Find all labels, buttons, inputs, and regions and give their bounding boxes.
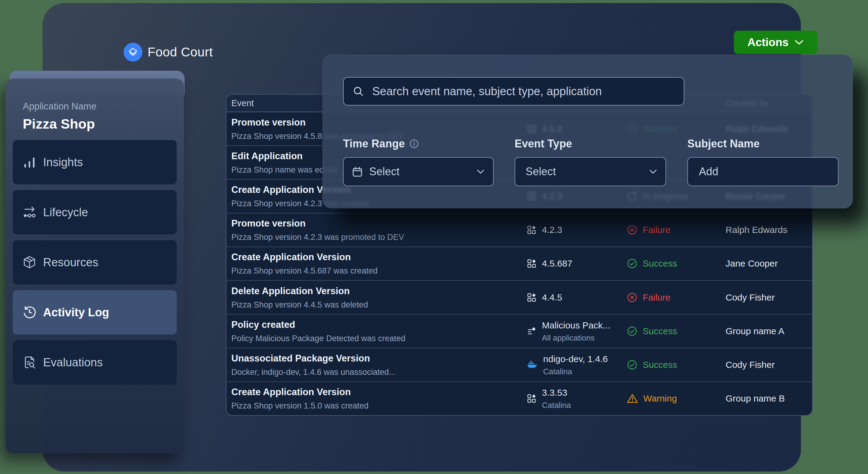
calendar-icon [352, 166, 363, 177]
app-brand: Food Court [124, 43, 213, 62]
sidebar-item-label: Insights [43, 156, 83, 169]
table-row[interactable]: Create Application VersionPizza Shop ver… [226, 382, 812, 415]
sidebar-item-lifecycle[interactable]: Lifecycle [13, 190, 177, 234]
created-by-cell: Group name B [725, 393, 812, 404]
event-title: Create Application Version [231, 251, 527, 263]
subject-name: Malicious Pack... [542, 319, 610, 331]
success-status-icon [627, 326, 637, 336]
table-row[interactable]: Unassociated Package VersionDocker, indi… [226, 348, 812, 382]
failure-status-icon [627, 225, 637, 235]
status-label: Failure [643, 225, 671, 235]
event-title: Create Application Version [231, 386, 527, 398]
success-status-icon [627, 259, 637, 269]
table-row[interactable]: Policy createdPolicy Malicious Package D… [226, 314, 812, 348]
event-cell: Delete Application VersionPizza Shop ver… [231, 285, 527, 310]
history-icon [23, 305, 36, 319]
status-label: Success [643, 259, 677, 269]
table-row[interactable]: Create Application VersionPizza Shop ver… [226, 247, 812, 281]
app-title: Food Court [148, 45, 213, 60]
status-cell: Failure [627, 225, 725, 235]
version-grid-icon [527, 259, 536, 268]
time-range-label: Time Range [343, 137, 418, 150]
status-cell: Warning [627, 393, 725, 404]
search-field[interactable] [343, 77, 684, 105]
event-title: Policy created [231, 319, 527, 331]
subject-name: 4.2.3 [542, 224, 562, 236]
search-input[interactable] [372, 84, 675, 98]
actions-button[interactable]: Actions [734, 31, 817, 54]
event-subtitle: Pizza Shop version 1.5.0 was created [231, 401, 527, 411]
subject-scope: Catalina [542, 401, 571, 410]
success-status-icon [627, 360, 637, 370]
event-title: Promote version [231, 217, 527, 230]
info-icon[interactable] [409, 139, 418, 148]
subject-name-label: Subject Name [687, 137, 760, 150]
layers-icon [128, 47, 138, 57]
sidebar-item-label: Lifecycle [43, 206, 88, 219]
status-label: Warning [643, 393, 677, 404]
sidebar-item-resources[interactable]: Resources [13, 240, 177, 284]
sidebar-item-insights[interactable]: Insights [13, 140, 177, 184]
app-logo [124, 43, 143, 62]
sidebar-item-activity-log[interactable]: Activity Log [13, 290, 177, 335]
status-cell: Success [627, 326, 725, 336]
version-grid-icon [527, 293, 536, 302]
event-cell: Create Application VersionPizza Shop ver… [231, 251, 527, 276]
policy-icon [527, 327, 536, 335]
subject-cell: Malicious Pack...All applications [527, 319, 627, 343]
filters-panel: Time Range Event Type Subject Name [322, 55, 853, 208]
subject-name: ndigo-dev, 1.4.6 [543, 353, 608, 365]
version-grid-icon [527, 226, 536, 234]
sidebar-item-label: Resources [43, 256, 98, 269]
event-subtitle: Pizza Shop version 4.4.5 was deleted [231, 300, 527, 310]
version-grid-icon [527, 394, 536, 403]
event-title: Delete Application Version [231, 285, 527, 297]
bar-chart-icon [23, 155, 36, 169]
status-label: Success [643, 326, 677, 336]
table-row[interactable]: Delete Application VersionPizza Shop ver… [226, 281, 812, 314]
event-title: Unassociated Package Version [231, 352, 527, 365]
status-cell: Success [627, 360, 725, 370]
subject-name: 4.5.687 [542, 258, 572, 269]
created-by-cell: Group name A [725, 326, 812, 336]
actions-button-label: Actions [747, 36, 789, 49]
subject-name-input[interactable] [698, 165, 830, 178]
event-subtitle: Policy Malicious Package Detected was cr… [231, 333, 527, 344]
status-label: Success [643, 360, 677, 370]
subject-name: 3.3.53 [542, 387, 571, 399]
table-row[interactable]: Promote versionPizza Shop version 4.2.3 … [226, 213, 812, 247]
lifecycle-icon [23, 205, 36, 219]
time-range-select[interactable]: Select [343, 157, 494, 186]
event-type-value: Select [526, 165, 649, 178]
subject-cell: ndigo-dev, 1.4.6Catalina [527, 353, 627, 376]
application-name-value: Pizza Shop [23, 116, 95, 132]
event-cell: Create Application VersionPizza Shop ver… [231, 386, 527, 411]
sidebar-nav: InsightsLifecycleResourcesActivity LogEv… [13, 140, 177, 390]
created-by-cell: Jane Cooper [725, 259, 812, 269]
search-icon [353, 86, 364, 97]
event-type-select[interactable]: Select [515, 157, 666, 186]
sidebar-item-evaluations[interactable]: Evaluations [13, 340, 177, 384]
subject-name-field[interactable] [687, 157, 839, 186]
event-cell: Policy createdPolicy Malicious Package D… [231, 319, 527, 344]
subject-cell: 3.3.53Catalina [527, 387, 627, 410]
desktop-background: Food Court Actions Event Created by Prom… [0, 0, 868, 474]
chevron-down-icon [649, 169, 657, 174]
created-by-cell: Cody Fisher [725, 292, 812, 303]
chevron-down-icon [477, 169, 485, 174]
failure-status-icon [627, 292, 637, 303]
event-cell: Promote versionPizza Shop version 4.2.3 … [231, 217, 527, 242]
created-by-cell: Cody Fisher [725, 360, 812, 370]
package-icon [23, 256, 36, 269]
subject-cell: 4.4.5 [527, 292, 627, 303]
subject-name: 4.4.5 [542, 292, 562, 303]
document-search-icon [23, 356, 36, 369]
sidebar-item-label: Activity Log [43, 306, 109, 319]
docker-icon [527, 361, 537, 369]
event-subtitle: Pizza Shop version 4.2.3 was promoted to… [231, 232, 527, 242]
time-range-value: Select [369, 165, 477, 178]
status-cell: Failure [627, 292, 725, 303]
event-cell: Unassociated Package VersionDocker, indi… [231, 352, 527, 377]
subject-scope: Catalina [543, 367, 608, 376]
event-subtitle: Docker, indigo-dev, 1.4.6 was unassociat… [231, 367, 527, 377]
